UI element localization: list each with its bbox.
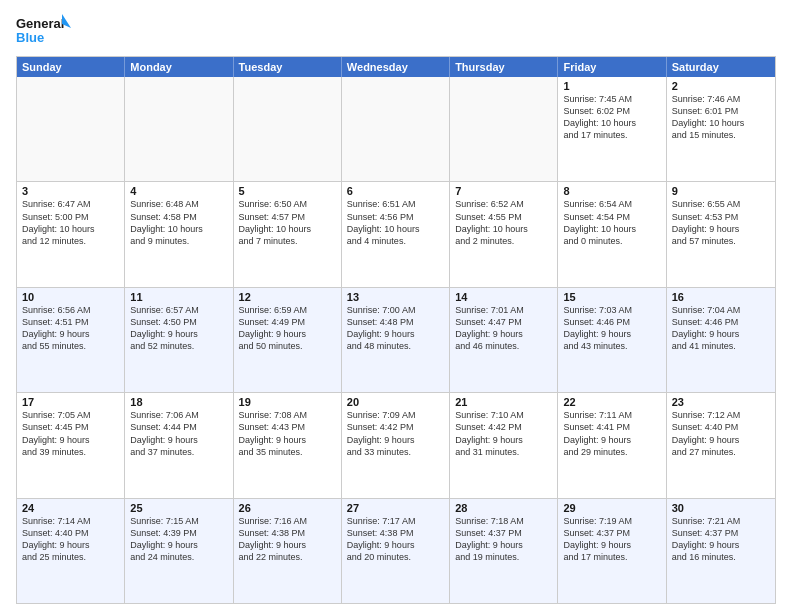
- day-number: 7: [455, 185, 552, 197]
- day-number: 4: [130, 185, 227, 197]
- cell-content: Sunrise: 6:51 AM Sunset: 4:56 PM Dayligh…: [347, 198, 444, 247]
- day-number: 25: [130, 502, 227, 514]
- calendar: SundayMondayTuesdayWednesdayThursdayFrid…: [16, 56, 776, 604]
- cell-content: Sunrise: 7:00 AM Sunset: 4:48 PM Dayligh…: [347, 304, 444, 353]
- calendar-header: SundayMondayTuesdayWednesdayThursdayFrid…: [17, 57, 775, 77]
- day-number: 23: [672, 396, 770, 408]
- cal-cell-16: 16Sunrise: 7:04 AM Sunset: 4:46 PM Dayli…: [667, 288, 775, 392]
- cell-content: Sunrise: 7:21 AM Sunset: 4:37 PM Dayligh…: [672, 515, 770, 564]
- cal-cell-27: 27Sunrise: 7:17 AM Sunset: 4:38 PM Dayli…: [342, 499, 450, 603]
- cell-content: Sunrise: 7:03 AM Sunset: 4:46 PM Dayligh…: [563, 304, 660, 353]
- cal-cell-23: 23Sunrise: 7:12 AM Sunset: 4:40 PM Dayli…: [667, 393, 775, 497]
- day-number: 10: [22, 291, 119, 303]
- calendar-row-3: 17Sunrise: 7:05 AM Sunset: 4:45 PM Dayli…: [17, 392, 775, 497]
- calendar-row-0: 1Sunrise: 7:45 AM Sunset: 6:02 PM Daylig…: [17, 77, 775, 181]
- header-day-tuesday: Tuesday: [234, 57, 342, 77]
- cell-content: Sunrise: 7:06 AM Sunset: 4:44 PM Dayligh…: [130, 409, 227, 458]
- cell-content: Sunrise: 7:01 AM Sunset: 4:47 PM Dayligh…: [455, 304, 552, 353]
- cell-content: Sunrise: 6:50 AM Sunset: 4:57 PM Dayligh…: [239, 198, 336, 247]
- cell-content: Sunrise: 7:16 AM Sunset: 4:38 PM Dayligh…: [239, 515, 336, 564]
- cal-cell-13: 13Sunrise: 7:00 AM Sunset: 4:48 PM Dayli…: [342, 288, 450, 392]
- day-number: 11: [130, 291, 227, 303]
- cal-cell-empty-2: [234, 77, 342, 181]
- day-number: 22: [563, 396, 660, 408]
- day-number: 27: [347, 502, 444, 514]
- header-day-thursday: Thursday: [450, 57, 558, 77]
- cal-cell-8: 8Sunrise: 6:54 AM Sunset: 4:54 PM Daylig…: [558, 182, 666, 286]
- cal-cell-24: 24Sunrise: 7:14 AM Sunset: 4:40 PM Dayli…: [17, 499, 125, 603]
- cell-content: Sunrise: 7:14 AM Sunset: 4:40 PM Dayligh…: [22, 515, 119, 564]
- cal-cell-26: 26Sunrise: 7:16 AM Sunset: 4:38 PM Dayli…: [234, 499, 342, 603]
- cal-cell-empty-1: [125, 77, 233, 181]
- cal-cell-22: 22Sunrise: 7:11 AM Sunset: 4:41 PM Dayli…: [558, 393, 666, 497]
- cal-cell-12: 12Sunrise: 6:59 AM Sunset: 4:49 PM Dayli…: [234, 288, 342, 392]
- calendar-row-4: 24Sunrise: 7:14 AM Sunset: 4:40 PM Dayli…: [17, 498, 775, 603]
- cell-content: Sunrise: 7:04 AM Sunset: 4:46 PM Dayligh…: [672, 304, 770, 353]
- logo-svg: General Blue: [16, 12, 71, 50]
- page: General Blue SundayMondayTuesdayWednesda…: [0, 0, 792, 612]
- cell-content: Sunrise: 6:56 AM Sunset: 4:51 PM Dayligh…: [22, 304, 119, 353]
- cell-content: Sunrise: 7:45 AM Sunset: 6:02 PM Dayligh…: [563, 93, 660, 142]
- cal-cell-21: 21Sunrise: 7:10 AM Sunset: 4:42 PM Dayli…: [450, 393, 558, 497]
- cell-content: Sunrise: 6:52 AM Sunset: 4:55 PM Dayligh…: [455, 198, 552, 247]
- day-number: 12: [239, 291, 336, 303]
- day-number: 13: [347, 291, 444, 303]
- cal-cell-11: 11Sunrise: 6:57 AM Sunset: 4:50 PM Dayli…: [125, 288, 233, 392]
- header: General Blue: [16, 12, 776, 50]
- day-number: 16: [672, 291, 770, 303]
- day-number: 21: [455, 396, 552, 408]
- header-day-monday: Monday: [125, 57, 233, 77]
- cell-content: Sunrise: 7:12 AM Sunset: 4:40 PM Dayligh…: [672, 409, 770, 458]
- calendar-body: 1Sunrise: 7:45 AM Sunset: 6:02 PM Daylig…: [17, 77, 775, 603]
- cal-cell-10: 10Sunrise: 6:56 AM Sunset: 4:51 PM Dayli…: [17, 288, 125, 392]
- day-number: 18: [130, 396, 227, 408]
- day-number: 29: [563, 502, 660, 514]
- cell-content: Sunrise: 7:08 AM Sunset: 4:43 PM Dayligh…: [239, 409, 336, 458]
- day-number: 3: [22, 185, 119, 197]
- cal-cell-7: 7Sunrise: 6:52 AM Sunset: 4:55 PM Daylig…: [450, 182, 558, 286]
- cal-cell-14: 14Sunrise: 7:01 AM Sunset: 4:47 PM Dayli…: [450, 288, 558, 392]
- day-number: 14: [455, 291, 552, 303]
- day-number: 15: [563, 291, 660, 303]
- cal-cell-20: 20Sunrise: 7:09 AM Sunset: 4:42 PM Dayli…: [342, 393, 450, 497]
- cell-content: Sunrise: 6:57 AM Sunset: 4:50 PM Dayligh…: [130, 304, 227, 353]
- cell-content: Sunrise: 6:48 AM Sunset: 4:58 PM Dayligh…: [130, 198, 227, 247]
- cal-cell-empty-0: [17, 77, 125, 181]
- cal-cell-2: 2Sunrise: 7:46 AM Sunset: 6:01 PM Daylig…: [667, 77, 775, 181]
- day-number: 2: [672, 80, 770, 92]
- cal-cell-15: 15Sunrise: 7:03 AM Sunset: 4:46 PM Dayli…: [558, 288, 666, 392]
- calendar-row-1: 3Sunrise: 6:47 AM Sunset: 5:00 PM Daylig…: [17, 181, 775, 286]
- logo: General Blue: [16, 12, 71, 50]
- cell-content: Sunrise: 6:54 AM Sunset: 4:54 PM Dayligh…: [563, 198, 660, 247]
- cal-cell-6: 6Sunrise: 6:51 AM Sunset: 4:56 PM Daylig…: [342, 182, 450, 286]
- day-number: 8: [563, 185, 660, 197]
- day-number: 26: [239, 502, 336, 514]
- cell-content: Sunrise: 7:11 AM Sunset: 4:41 PM Dayligh…: [563, 409, 660, 458]
- cell-content: Sunrise: 6:55 AM Sunset: 4:53 PM Dayligh…: [672, 198, 770, 247]
- cell-content: Sunrise: 6:47 AM Sunset: 5:00 PM Dayligh…: [22, 198, 119, 247]
- cal-cell-29: 29Sunrise: 7:19 AM Sunset: 4:37 PM Dayli…: [558, 499, 666, 603]
- day-number: 5: [239, 185, 336, 197]
- cell-content: Sunrise: 7:09 AM Sunset: 4:42 PM Dayligh…: [347, 409, 444, 458]
- cell-content: Sunrise: 6:59 AM Sunset: 4:49 PM Dayligh…: [239, 304, 336, 353]
- cal-cell-3: 3Sunrise: 6:47 AM Sunset: 5:00 PM Daylig…: [17, 182, 125, 286]
- cal-cell-17: 17Sunrise: 7:05 AM Sunset: 4:45 PM Dayli…: [17, 393, 125, 497]
- cal-cell-25: 25Sunrise: 7:15 AM Sunset: 4:39 PM Dayli…: [125, 499, 233, 603]
- cal-cell-5: 5Sunrise: 6:50 AM Sunset: 4:57 PM Daylig…: [234, 182, 342, 286]
- cal-cell-9: 9Sunrise: 6:55 AM Sunset: 4:53 PM Daylig…: [667, 182, 775, 286]
- cell-content: Sunrise: 7:46 AM Sunset: 6:01 PM Dayligh…: [672, 93, 770, 142]
- svg-text:Blue: Blue: [16, 30, 44, 45]
- header-day-friday: Friday: [558, 57, 666, 77]
- day-number: 19: [239, 396, 336, 408]
- day-number: 1: [563, 80, 660, 92]
- cell-content: Sunrise: 7:15 AM Sunset: 4:39 PM Dayligh…: [130, 515, 227, 564]
- cal-cell-28: 28Sunrise: 7:18 AM Sunset: 4:37 PM Dayli…: [450, 499, 558, 603]
- day-number: 9: [672, 185, 770, 197]
- cal-cell-19: 19Sunrise: 7:08 AM Sunset: 4:43 PM Dayli…: [234, 393, 342, 497]
- cal-cell-18: 18Sunrise: 7:06 AM Sunset: 4:44 PM Dayli…: [125, 393, 233, 497]
- calendar-row-2: 10Sunrise: 6:56 AM Sunset: 4:51 PM Dayli…: [17, 287, 775, 392]
- day-number: 28: [455, 502, 552, 514]
- day-number: 20: [347, 396, 444, 408]
- cell-content: Sunrise: 7:18 AM Sunset: 4:37 PM Dayligh…: [455, 515, 552, 564]
- day-number: 6: [347, 185, 444, 197]
